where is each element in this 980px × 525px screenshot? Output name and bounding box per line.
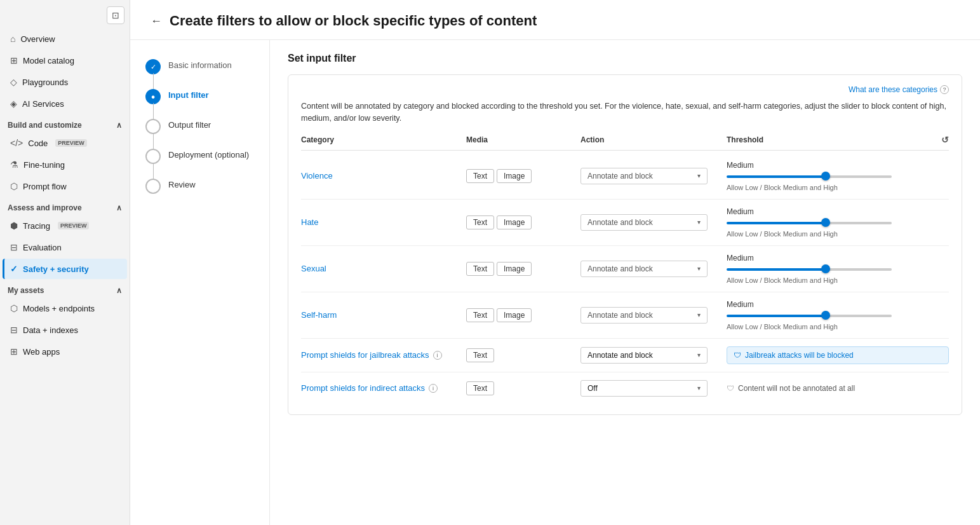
sidebar-item-models-endpoints[interactable]: ⬡ Models + endpoints	[3, 298, 127, 318]
sidebar-item-ai-services[interactable]: ◈ AI Services	[3, 93, 127, 114]
action-dropdown-sexual[interactable]: Annotate and block ▾	[581, 261, 708, 277]
category-self-harm: Self-harm	[301, 310, 466, 320]
step-review[interactable]: Review	[145, 175, 254, 205]
step-label-review: Review	[168, 175, 196, 205]
models-endpoints-icon: ⬡	[10, 303, 18, 313]
playgrounds-icon: ◇	[10, 77, 17, 87]
media-text-sexual[interactable]: Text	[466, 262, 494, 276]
threshold-sublabel-self-harm: Allow Low / Block Medium and High	[727, 323, 949, 331]
web-apps-icon: ⊞	[10, 346, 18, 357]
action-dropdown-self-harm[interactable]: Annotate and block ▾	[581, 307, 708, 324]
overview-icon: ⌂	[10, 34, 15, 44]
step-basic-info[interactable]: ✓ Basic information	[145, 55, 254, 85]
threshold-self-harm: Medium Allow Low / Block Medium and High	[727, 300, 949, 331]
dropdown-arrow-indirect: ▾	[697, 385, 701, 392]
media-image-violence[interactable]: Image	[497, 169, 532, 183]
evaluation-icon: ⊟	[10, 242, 18, 252]
what-categories-link[interactable]: What are these categories ?	[301, 85, 949, 94]
ai-services-icon: ◈	[10, 99, 17, 109]
step-deployment[interactable]: Deployment (optional)	[145, 145, 254, 175]
table-row-hate: Hate Text Image Annotate and block ▾ Med…	[301, 200, 949, 246]
threshold-label-violence: Medium	[727, 161, 949, 170]
slider-hate[interactable]	[727, 221, 892, 225]
threshold-hate: Medium Allow Low / Block Medium and High	[727, 207, 949, 238]
media-text-self-harm[interactable]: Text	[466, 308, 494, 322]
tracing-preview-badge: PREVIEW	[58, 222, 90, 229]
wizard-steps: ✓ Basic information ● Input filter Outpu…	[130, 40, 270, 525]
category-jailbreak[interactable]: Prompt shields for jailbreak attacks	[301, 350, 429, 360]
media-text-indirect[interactable]: Text	[466, 381, 494, 395]
sidebar-item-code[interactable]: </> Code PREVIEW	[3, 133, 127, 153]
threshold-violence: Medium Allow Low / Block Medium and High	[727, 161, 949, 191]
threshold-sublabel-sexual: Allow Low / Block Medium and High	[727, 276, 949, 284]
step-circle-input-filter: ●	[145, 89, 161, 104]
section-header-assess-improve[interactable]: Assess and improve ∧	[0, 197, 130, 215]
section-header-build-customize[interactable]: Build and customize ∧	[0, 114, 130, 132]
sidebar-item-data-indexes[interactable]: ⊟ Data + indexes	[3, 320, 127, 340]
sidebar-item-prompt-flow[interactable]: ⬡ Prompt flow	[3, 176, 127, 196]
step-label-deployment: Deployment (optional)	[168, 145, 249, 175]
info-icon-categories: ?	[940, 85, 949, 94]
media-image-self-harm[interactable]: Image	[497, 308, 532, 322]
table-header: Category Media Action Threshold ↺	[301, 135, 949, 151]
media-buttons-violence: Text Image	[466, 169, 581, 183]
back-button[interactable]: ←	[151, 15, 162, 28]
sidebar-item-model-catalog[interactable]: ⊞ Model catalog	[3, 50, 127, 71]
table-row-self-harm: Self-harm Text Image Annotate and block …	[301, 292, 949, 339]
filter-description: Content will be annotated by category an…	[301, 100, 949, 125]
step-output-filter[interactable]: Output filter	[145, 115, 254, 145]
media-buttons-jailbreak: Text	[466, 348, 581, 362]
table-row-jailbreak: Prompt shields for jailbreak attacks i T…	[301, 339, 949, 372]
sidebar-item-safety-security[interactable]: ✓ Safety + security	[3, 259, 127, 279]
slider-violence[interactable]	[727, 175, 892, 179]
media-text-hate[interactable]: Text	[466, 215, 494, 229]
sidebar-item-tracing[interactable]: ⬢ Tracing PREVIEW	[3, 215, 127, 236]
chevron-up-icon-2: ∧	[116, 203, 122, 212]
media-text-jailbreak[interactable]: Text	[466, 348, 494, 362]
step-label-basic-info: Basic information	[168, 55, 232, 85]
step-label-input-filter: Input filter	[168, 85, 209, 115]
sidebar-item-fine-tuning[interactable]: ⚗ Fine-tuning	[3, 154, 127, 175]
dropdown-arrow-self-harm: ▾	[697, 311, 701, 318]
step-circle-review	[145, 179, 161, 194]
dropdown-arrow-sexual: ▾	[697, 265, 701, 272]
action-dropdown-indirect[interactable]: Off ▾	[581, 380, 708, 397]
threshold-sexual: Medium Allow Low / Block Medium and High	[727, 254, 949, 284]
data-indexes-icon: ⊟	[10, 325, 18, 335]
action-dropdown-hate[interactable]: Annotate and block ▾	[581, 214, 708, 231]
info-icon-indirect[interactable]: i	[429, 384, 438, 393]
slider-self-harm[interactable]	[727, 314, 892, 318]
slider-thumb-sexual	[821, 264, 830, 273]
reset-threshold-icon[interactable]: ↺	[941, 135, 949, 145]
threshold-sublabel-hate: Allow Low / Block Medium and High	[727, 230, 949, 238]
section-header-my-assets[interactable]: My assets ∧	[0, 280, 130, 297]
sidebar-item-playgrounds[interactable]: ◇ Playgrounds	[3, 72, 127, 92]
slider-track-violence	[727, 175, 892, 178]
shield-icon-jailbreak: 🛡	[734, 351, 741, 360]
media-image-sexual[interactable]: Image	[497, 262, 532, 276]
slider-sexual[interactable]	[727, 268, 892, 271]
collapse-sidebar-button[interactable]: ⊡	[107, 6, 124, 24]
category-indirect-container: Prompt shields for indirect attacks i	[301, 383, 466, 393]
info-icon-jailbreak[interactable]: i	[433, 351, 442, 360]
action-dropdown-jailbreak[interactable]: Annotate and block ▾	[581, 347, 708, 364]
media-buttons-self-harm: Text Image	[466, 308, 581, 322]
main-content: ← Create filters to allow or block speci…	[130, 0, 980, 525]
media-buttons-hate: Text Image	[466, 215, 581, 229]
code-icon: </>	[10, 138, 23, 148]
category-hate: Hate	[301, 217, 466, 227]
slider-thumb-hate	[821, 218, 830, 227]
media-image-hate[interactable]: Image	[497, 215, 532, 229]
sidebar-item-overview[interactable]: ⌂ Overview	[3, 29, 127, 49]
media-buttons-indirect: Text	[466, 381, 581, 395]
action-dropdown-violence[interactable]: Annotate and block ▾	[581, 168, 708, 184]
slider-thumb-self-harm	[821, 311, 830, 320]
slider-thumb-violence	[821, 172, 830, 181]
media-text-violence[interactable]: Text	[466, 169, 494, 183]
filter-section-title: Set input filter	[288, 53, 962, 64]
sidebar-item-web-apps[interactable]: ⊞ Web apps	[3, 341, 127, 362]
sidebar-item-evaluation[interactable]: ⊟ Evaluation	[3, 237, 127, 257]
category-indirect[interactable]: Prompt shields for indirect attacks	[301, 383, 425, 393]
step-input-filter[interactable]: ● Input filter	[145, 85, 254, 115]
step-circle-deployment	[145, 149, 161, 164]
